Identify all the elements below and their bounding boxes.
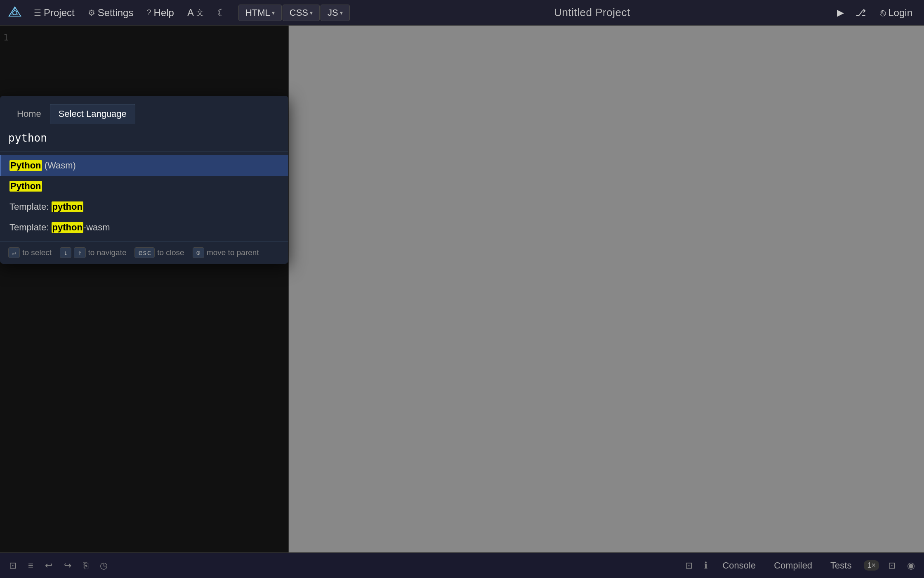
hint-navigate-label: to navigate: [88, 248, 127, 257]
moon-icon: ☾: [217, 7, 226, 19]
project-menu[interactable]: ☰ Project: [28, 5, 80, 21]
status-info[interactable]: ℹ: [702, 558, 710, 573]
login-button[interactable]: ⎋ Login: [875, 5, 917, 21]
settings-label: Settings: [98, 7, 134, 19]
status-expand[interactable]: ⊡: [886, 558, 898, 573]
hint-navigate: ↓ ↑ to navigate: [60, 247, 126, 258]
run-button[interactable]: ▶: [834, 5, 846, 21]
status-new-file[interactable]: ⊡: [7, 558, 19, 573]
status-redo[interactable]: ↪: [61, 558, 74, 573]
js-tab-label: JS: [328, 7, 338, 18]
main-content: 1 Home Select Language: [0, 26, 924, 552]
dot-key-icon: ⊙: [193, 247, 204, 258]
settings-icon: ⚙: [88, 8, 95, 18]
compiled-tab[interactable]: Compiled: [768, 558, 818, 573]
status-save[interactable]: ⊡: [683, 558, 695, 573]
result-highlight-2: Python: [9, 181, 42, 192]
enter-key-icon: ↵: [8, 247, 20, 258]
share-button[interactable]: ⎇: [853, 5, 868, 21]
modal-tabs: Home Select Language: [0, 96, 288, 124]
hint-close-label: to close: [157, 248, 184, 257]
login-label: Login: [888, 7, 912, 19]
language-select-modal: Home Select Language Python (Wasm): [0, 96, 288, 264]
editor-panel: 1 Home Select Language: [0, 26, 289, 552]
result-prefix-3: Template:: [9, 201, 52, 212]
status-copy[interactable]: ⎘: [80, 558, 91, 573]
hint-close: esc to close: [134, 247, 184, 258]
css-chevron-icon: ▾: [310, 9, 313, 16]
help-menu[interactable]: ? Help: [141, 5, 179, 21]
status-right: ⊡ ℹ Console Compiled Tests 1× ⊡ ◉: [683, 558, 917, 573]
result-item-template-python[interactable]: Template: python: [0, 197, 288, 217]
html-tab-label: HTML: [245, 7, 270, 18]
modal-footer: ↵ to select ↓ ↑ to navigate esc to close…: [0, 241, 288, 264]
result-item-python[interactable]: Python: [0, 176, 288, 197]
result-prefix-4: Template:: [9, 222, 52, 233]
project-label: Project: [44, 7, 75, 19]
css-tab-label: CSS: [290, 7, 308, 18]
language-search-input[interactable]: [8, 132, 280, 144]
theme-toggle[interactable]: ☾: [211, 5, 232, 21]
login-icon: ⎋: [880, 7, 886, 19]
settings-menu[interactable]: ⚙ Settings: [82, 5, 139, 21]
status-camera[interactable]: ◷: [97, 558, 110, 573]
status-undo[interactable]: ↩: [42, 558, 55, 573]
language-tabs: HTML ▾ CSS ▾ JS ▾: [238, 5, 350, 21]
translate-icon2: 文: [196, 8, 204, 18]
css-tab[interactable]: CSS ▾: [283, 5, 320, 21]
line-number-1: 1: [3, 32, 15, 43]
help-icon: ?: [146, 8, 151, 17]
modal-tab-select-language[interactable]: Select Language: [50, 104, 135, 124]
modal-results-list: Python (Wasm) Python Template: python: [0, 152, 288, 241]
result-text-1: (Wasm): [42, 160, 76, 171]
modal-search-area: [0, 124, 288, 152]
hamburger-icon: ☰: [34, 8, 41, 18]
run-icon: ▶: [837, 7, 844, 18]
status-format[interactable]: ≡: [26, 558, 36, 573]
modal-tab-home[interactable]: Home: [8, 104, 50, 124]
tests-tab[interactable]: Tests: [825, 558, 857, 573]
hint-select-label: to select: [22, 248, 52, 257]
esc-key-icon: esc: [134, 247, 155, 258]
console-tab[interactable]: Console: [717, 558, 761, 573]
top-navigation: ☰ Project ⚙ Settings ? Help A 文 ☾ HTML ▾…: [0, 0, 924, 26]
project-title[interactable]: Untitled Project: [554, 6, 630, 19]
compiled-tab-label: Compiled: [774, 560, 812, 571]
result-item-template-python-wasm[interactable]: Template: python -wasm: [0, 217, 288, 238]
console-tab-label: Console: [722, 560, 756, 571]
up-key-icon: ↑: [74, 247, 85, 258]
tests-badge: 1×: [864, 560, 879, 571]
down-key-icon: ↓: [60, 247, 71, 258]
help-label: Help: [154, 7, 174, 19]
project-title-area: Untitled Project: [351, 6, 833, 19]
js-tab[interactable]: JS ▾: [321, 5, 350, 21]
share-icon: ⎇: [856, 7, 866, 18]
result-highlight-4: python: [52, 222, 83, 233]
translate-icon: A: [187, 7, 194, 19]
result-item-python-wasm[interactable]: Python (Wasm): [0, 155, 288, 176]
result-suffix-4: -wasm: [83, 222, 110, 233]
app-logo[interactable]: [7, 5, 23, 21]
html-chevron-icon: ▾: [272, 9, 275, 16]
result-highlight-1: Python: [9, 160, 42, 171]
status-broadcast[interactable]: ◉: [905, 558, 917, 573]
svg-point-1: [13, 11, 17, 15]
hint-select: ↵ to select: [8, 247, 52, 258]
nav-right-actions: ▶ ⎇ ⎋ Login: [834, 5, 917, 21]
hint-parent: ⊙ move to parent: [193, 247, 259, 258]
preview-panel: [289, 26, 924, 552]
translate-button[interactable]: A 文: [182, 5, 210, 21]
tests-tab-label: Tests: [830, 560, 851, 571]
html-tab[interactable]: HTML ▾: [238, 5, 282, 21]
status-bar: ⊡ ≡ ↩ ↪ ⎘ ◷ ⊡ ℹ Console Compiled Tests 1…: [0, 552, 924, 578]
js-chevron-icon: ▾: [340, 9, 343, 16]
result-highlight-3: python: [52, 201, 83, 212]
hint-parent-label: move to parent: [207, 248, 259, 257]
